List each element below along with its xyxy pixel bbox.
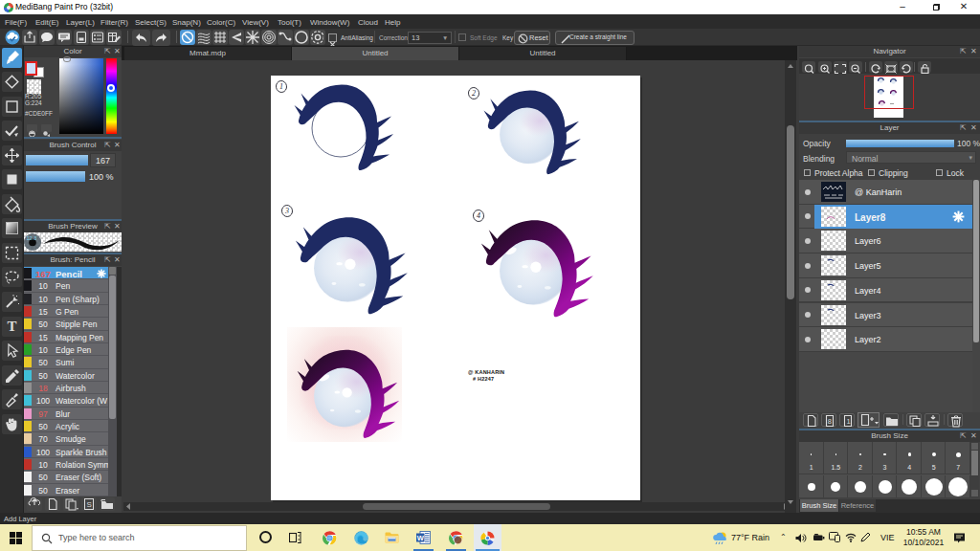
svg-text:W: W [417,534,425,542]
svg-text:3: 3 [284,207,289,215]
svg-text:4: 4 [477,211,480,220]
svg-text:S: S [87,500,92,509]
svg-text:12.3: 12.3 [27,235,37,241]
svg-text:2: 2 [472,89,476,98]
svg-text:8: 8 [828,417,832,426]
svg-text:1: 1 [847,417,851,426]
svg-text:1: 1 [279,82,283,91]
